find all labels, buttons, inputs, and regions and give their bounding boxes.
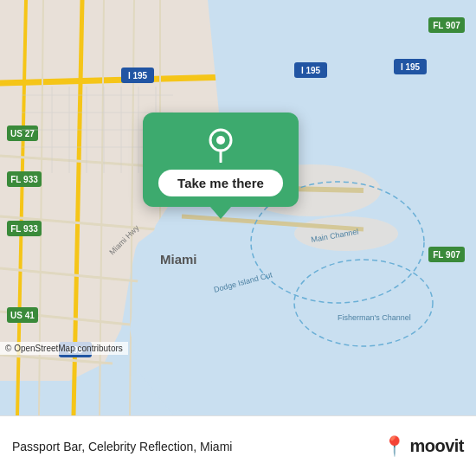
svg-text:FL 907: FL 907 [433,250,460,260]
map-container[interactable]: I 195 I 195 I 195 FL 907 FL 907 US 27 FL… [0,0,476,415]
moovit-logo-text: moovit [409,436,464,456]
moovit-logo: 📍 moovit [383,436,464,456]
svg-text:FL 933: FL 933 [10,175,38,184]
callout-box: Take me there [143,113,299,207]
svg-text:Fisherman's Channel: Fisherman's Channel [338,313,411,322]
svg-text:FL 933: FL 933 [10,224,38,234]
map-attribution: © OpenStreetMap contributors [0,342,128,355]
callout-tail [210,207,231,219]
location-name: Passport Bar, Celebrity Reflection, Miam… [12,440,232,453]
svg-text:US 27: US 27 [10,129,35,138]
svg-text:US 41: US 41 [10,311,35,320]
location-info: Passport Bar, Celebrity Reflection, Miam… [12,439,383,454]
svg-text:I 195: I 195 [301,66,321,75]
svg-text:FL 907: FL 907 [433,21,460,30]
bottom-bar: Passport Bar, Celebrity Reflection, Miam… [0,415,476,476]
svg-text:Miami: Miami [160,252,197,267]
svg-text:I 195: I 195 [128,71,148,80]
callout-overlay: Take me there [134,113,307,219]
take-me-there-button[interactable]: Take me there [158,170,283,196]
moovit-pin-icon: 📍 [383,437,406,456]
svg-text:I 195: I 195 [401,62,421,72]
svg-point-61 [216,136,225,145]
location-pin-icon [202,125,240,163]
